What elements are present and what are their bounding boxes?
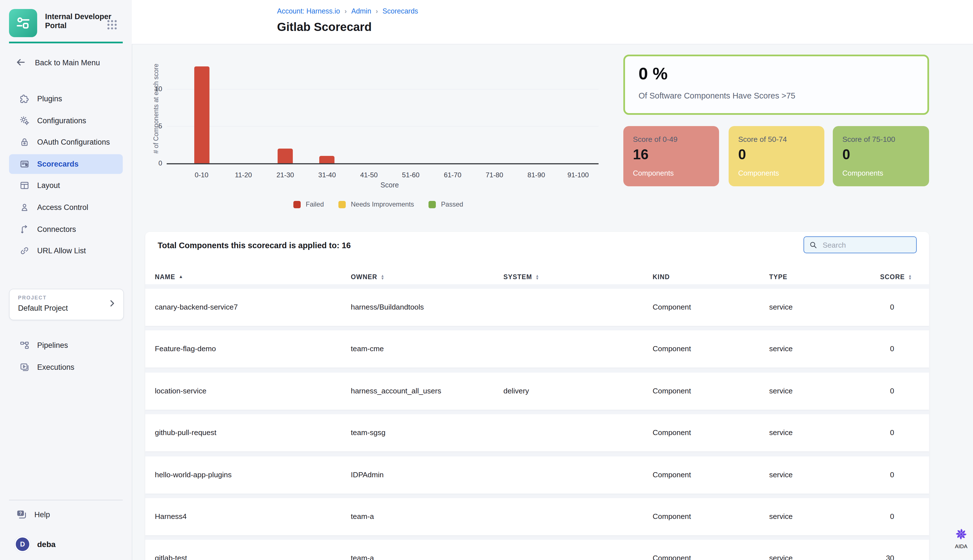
chart-x-axis-title: Score	[381, 181, 399, 189]
chart-x-tick: 0-10	[195, 171, 209, 179]
score-card-label: Score of 50-74	[738, 135, 787, 143]
total-components-label: Total Components this scorecard is appli…	[158, 241, 351, 250]
score-card-value: 16	[633, 146, 649, 163]
chart-y-tick: 5	[144, 122, 162, 130]
sidebar-item-connectors[interactable]: Connectors	[9, 219, 123, 239]
cell-score: 30	[866, 540, 894, 560]
cell-type: service	[769, 373, 793, 410]
cell-type: service	[769, 498, 793, 535]
legend-item-needs-improvements: Needs Improvements	[339, 200, 414, 208]
sidebar-item-plugins[interactable]: Plugins	[9, 89, 123, 108]
breadcrumb-link[interactable]: Account: Harness.io	[277, 7, 340, 15]
page-header: Account: Harness.io›Admin›Scorecards Git…	[132, 0, 973, 45]
column-header-system[interactable]: SYSTEM▲▼	[503, 271, 539, 283]
cell-owner: team-sgsg	[351, 414, 386, 452]
cell-type: service	[769, 414, 793, 452]
chart-bar-21-30	[278, 148, 293, 163]
table-row-Feature-flag-demo[interactable]: Feature-flag-demoteam-cmeComponentservic…	[145, 331, 929, 368]
column-label: NAME	[155, 273, 175, 280]
cell-name: hello-world-app-plugins	[155, 456, 232, 493]
legend-label: Failed	[306, 200, 324, 208]
breadcrumb-link[interactable]: Scorecards	[382, 7, 418, 15]
chart-x-tick: 91-100	[567, 171, 589, 179]
table-row-Harness4[interactable]: Harness4team-aComponentservice0	[145, 498, 929, 535]
executions-icon	[19, 362, 30, 372]
column-label: SYSTEM	[503, 273, 532, 280]
svg-text:?: ?	[19, 511, 22, 515]
table-row-canary-backend-service7[interactable]: canary-backend-service7harness/Buildandt…	[145, 289, 929, 326]
score-card-unit: Components	[633, 169, 674, 177]
sidebar-item-scorecards[interactable]: Scorecards	[9, 154, 123, 174]
column-header-kind: KIND	[653, 271, 670, 283]
project-selector[interactable]: PROJECT Default Project	[9, 289, 124, 320]
chart-x-tick: 11-20	[235, 171, 252, 179]
sidebar-item-url-allow-list[interactable]: URL Allow List	[9, 241, 123, 261]
column-label: OWNER	[351, 273, 377, 280]
chart-gridline	[167, 89, 599, 90]
cell-score: 0	[866, 331, 894, 368]
cell-name: github-pull-request	[155, 414, 216, 452]
chart-x-tick: 21-30	[277, 171, 294, 179]
back-to-main-menu[interactable]: Back to Main Menu	[9, 56, 123, 69]
column-header-owner[interactable]: OWNER▲▼	[351, 271, 385, 283]
cell-type: service	[769, 540, 793, 560]
score-card-value: 0	[738, 146, 746, 163]
sidebar-item-pipelines[interactable]: Pipelines	[9, 335, 123, 355]
sidebar-item-label: Layout	[37, 182, 60, 190]
sidebar-item-executions[interactable]: Executions	[9, 357, 123, 377]
column-label: KIND	[653, 273, 670, 280]
chart-x-axis-line	[167, 163, 599, 164]
pipelines-icon	[19, 340, 30, 351]
table-row-github-pull-request[interactable]: github-pull-requestteam-sgsgComponentser…	[145, 414, 929, 452]
column-header-score[interactable]: SCORE▲▼	[880, 271, 912, 283]
sidebar: Internal Developer Portal Back to Main M…	[0, 0, 132, 560]
table-row-gitlab-test[interactable]: gitlab-testteam-aComponentservice30	[145, 540, 929, 560]
sidebar-item-label: Executions	[37, 363, 74, 371]
layout-icon	[19, 180, 30, 191]
help-label: Help	[34, 510, 50, 518]
back-label: Back to Main Menu	[35, 58, 100, 67]
aida-button[interactable]: AIDA	[954, 527, 968, 549]
sort-asc-icon: ▲	[179, 275, 184, 279]
app-grid-icon[interactable]	[106, 18, 118, 31]
help-button[interactable]: ? Help	[9, 507, 123, 522]
score-card-value: 0	[842, 146, 850, 163]
chart-bar-31-40	[320, 156, 335, 163]
chart-bar-0-10	[194, 67, 209, 163]
score-card-score-of-0-49: Score of 0-49 16 Components	[623, 126, 719, 186]
percent-value: 0 %	[639, 64, 668, 83]
cell-kind: Component	[653, 456, 691, 493]
column-header-name[interactable]: NAME▲	[155, 271, 184, 283]
lock-icon	[19, 137, 30, 147]
sidebar-item-label: OAuth Configurations	[37, 138, 110, 146]
sidebar-item-layout[interactable]: Layout	[9, 176, 123, 196]
sidebar-item-configurations[interactable]: Configurations	[9, 111, 123, 130]
cell-name: location-service	[155, 373, 206, 410]
percent-caption: Of Software Components Have Scores >75	[639, 91, 795, 100]
cell-score: 0	[866, 498, 894, 535]
cell-kind: Component	[653, 498, 691, 535]
app-root: Internal Developer Portal Back to Main M…	[0, 0, 973, 560]
table-row-hello-world-app-plugins[interactable]: hello-world-app-pluginsIDPAdminComponent…	[145, 456, 929, 493]
puzzle-icon	[19, 93, 30, 104]
user-menu[interactable]: D deba	[9, 537, 123, 552]
cell-score: 0	[866, 373, 894, 410]
score-card-score-of-50-74: Score of 50-74 0 Components	[729, 126, 824, 186]
aida-flower-icon	[954, 527, 968, 542]
project-name: Default Project	[18, 304, 68, 312]
cell-owner: team-a	[351, 540, 374, 560]
table-row-location-service[interactable]: location-serviceharness_account_all_user…	[145, 373, 929, 410]
search-box	[803, 237, 917, 253]
sidebar-item-access-control[interactable]: Access Control	[9, 198, 123, 217]
legend-swatch	[294, 201, 301, 208]
sidebar-item-label: Scorecards	[37, 160, 78, 168]
chart-x-tick: 71-80	[486, 171, 503, 179]
cell-score: 0	[866, 456, 894, 493]
avatar: D	[15, 537, 30, 552]
cell-name: Harness4	[155, 498, 187, 535]
breadcrumb-link[interactable]: Admin	[351, 7, 371, 15]
chart-x-tick: 61-70	[444, 171, 461, 179]
legend-swatch	[429, 201, 436, 208]
sidebar-item-oauth-configurations[interactable]: OAuth Configurations	[9, 132, 123, 152]
search-input[interactable]	[821, 240, 908, 250]
